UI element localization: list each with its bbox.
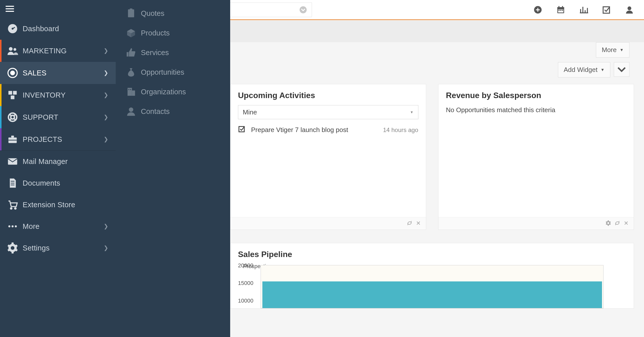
submenu-item-label: Organizations	[141, 88, 186, 96]
sidebar-item-label: Mail Manager	[23, 157, 68, 166]
svg-rect-34	[132, 91, 135, 96]
y-tick: 20000	[238, 262, 253, 269]
submenu-item-label: Services	[141, 49, 169, 57]
target-icon	[7, 67, 18, 78]
chevron-right-icon: ❯	[104, 70, 108, 76]
empty-message: No Opportunities matched this criteria	[446, 105, 626, 114]
activity-row[interactable]: Prepare Vtiger 7 launch blog post 14 hou…	[238, 125, 418, 135]
building-icon	[126, 87, 136, 97]
svg-rect-4	[562, 6, 563, 8]
sidebar-item-marketing[interactable]: MARKETING ❯	[0, 40, 116, 62]
chevron-right-icon: ❯	[104, 223, 108, 230]
add-widget-button[interactable]: Add Widget ▼	[558, 62, 610, 77]
sidebar-item-label: INVENTORY	[23, 91, 66, 99]
close-icon[interactable]	[416, 221, 421, 227]
dots-icon	[7, 221, 18, 232]
submenu-item-organizations[interactable]: Organizations	[116, 82, 230, 102]
submenu-item-products[interactable]: Products	[116, 23, 230, 43]
gear-icon[interactable]	[606, 220, 611, 227]
svg-rect-18	[13, 91, 17, 95]
submenu-item-label: Products	[141, 29, 170, 37]
svg-rect-6	[558, 10, 560, 11]
sidebar-item-sales[interactable]: SALES ❯	[0, 62, 116, 84]
document-icon	[7, 178, 18, 189]
sidebar-item-documents[interactable]: Documents	[0, 172, 116, 194]
sidebar-item-label: Settings	[23, 244, 50, 252]
svg-point-29	[12, 225, 14, 227]
submenu-item-contacts[interactable]: Contacts	[116, 102, 230, 121]
hamburger-menu[interactable]	[0, 0, 116, 18]
quote-icon	[126, 8, 136, 19]
sidebar-item-support[interactable]: SUPPORT ❯	[0, 106, 116, 128]
thumbs-up-icon	[126, 47, 136, 58]
cart-icon	[7, 199, 18, 210]
chart-bar-prospecting[interactable]	[262, 281, 602, 308]
svg-point-21	[11, 115, 15, 119]
plus-circle-icon[interactable]	[533, 5, 542, 14]
svg-point-16	[11, 71, 15, 75]
svg-rect-17	[9, 91, 12, 95]
svg-rect-19	[11, 96, 15, 99]
sidebar-item-settings[interactable]: Settings ❯	[0, 237, 116, 259]
svg-rect-25	[8, 158, 17, 165]
user-icon[interactable]	[625, 5, 634, 14]
svg-point-14	[14, 48, 16, 51]
widget-upcoming-activities: Upcoming Activities Mine ▼ Prepare Vtige…	[230, 84, 426, 230]
svg-point-26	[11, 208, 12, 209]
widget-footer	[438, 217, 634, 230]
checkbox-icon[interactable]	[602, 5, 611, 14]
close-icon[interactable]	[624, 221, 629, 227]
svg-rect-8	[562, 10, 563, 11]
activity-time: 14 hours ago	[383, 127, 418, 134]
sidebar-item-mail-manager[interactable]: Mail Manager	[0, 151, 116, 172]
sidebar-item-label: SALES	[23, 69, 47, 77]
refresh-icon[interactable]	[615, 220, 620, 227]
submenu-item-services[interactable]: Services	[116, 43, 230, 62]
svg-point-12	[12, 28, 13, 29]
chevron-right-icon: ❯	[104, 136, 108, 143]
caret-down-icon: ▼	[410, 110, 414, 114]
calendar-icon[interactable]	[556, 5, 565, 14]
widget-revenue-by-salesperson: Revenue by Salesperson No Opportunities …	[438, 84, 634, 230]
sidebar-item-inventory[interactable]: INVENTORY ❯	[0, 84, 116, 106]
dashboard-icon	[7, 23, 18, 34]
button-label: More	[602, 46, 617, 54]
briefcase-icon	[7, 134, 18, 145]
caret-down-icon: ▼	[620, 48, 624, 52]
users-icon	[7, 45, 18, 56]
sidebar-item-label: PROJECTS	[23, 135, 62, 144]
submenu-item-opportunities[interactable]: Opportunities	[116, 62, 230, 82]
sidebar-item-dashboard[interactable]: Dashboard	[0, 18, 116, 40]
chevron-right-icon: ❯	[104, 114, 108, 120]
svg-point-37	[129, 107, 133, 112]
chevron-right-icon: ❯	[104, 92, 108, 98]
svg-point-30	[15, 225, 17, 227]
submenu-item-label: Quotes	[141, 9, 165, 18]
svg-point-13	[9, 47, 13, 51]
hamburger-icon	[6, 6, 14, 12]
activities-filter-select[interactable]: Mine ▼	[238, 105, 418, 119]
person-icon	[126, 106, 136, 117]
submenu-item-label: Opportunities	[141, 68, 184, 76]
box-open-icon	[126, 28, 136, 38]
sales-submenu: Quotes Products Services Opportunities O…	[116, 0, 230, 337]
submenu-item-quotes[interactable]: Quotes	[116, 4, 230, 23]
task-checkbox-icon	[238, 125, 246, 135]
expand-button[interactable]	[614, 62, 629, 77]
sidebar-item-label: More	[23, 222, 39, 231]
sidebar-item-more[interactable]: More ❯	[0, 216, 116, 237]
boxes-icon	[7, 90, 18, 101]
bar-chart-icon[interactable]	[579, 5, 588, 14]
chevron-down-icon	[300, 6, 307, 13]
sidebar-item-label: Documents	[23, 179, 60, 187]
sidebar-item-projects[interactable]: PROJECTS ❯	[0, 128, 116, 150]
svg-point-28	[8, 225, 10, 227]
topbar-icons	[533, 5, 634, 14]
chevron-right-icon: ❯	[104, 245, 108, 251]
svg-rect-31	[128, 9, 134, 17]
more-button[interactable]: More ▼	[596, 42, 629, 58]
refresh-icon[interactable]	[407, 220, 412, 227]
sidebar-item-extension-store[interactable]: Extension Store	[0, 194, 116, 216]
svg-rect-24	[9, 140, 17, 141]
svg-rect-32	[130, 9, 133, 10]
